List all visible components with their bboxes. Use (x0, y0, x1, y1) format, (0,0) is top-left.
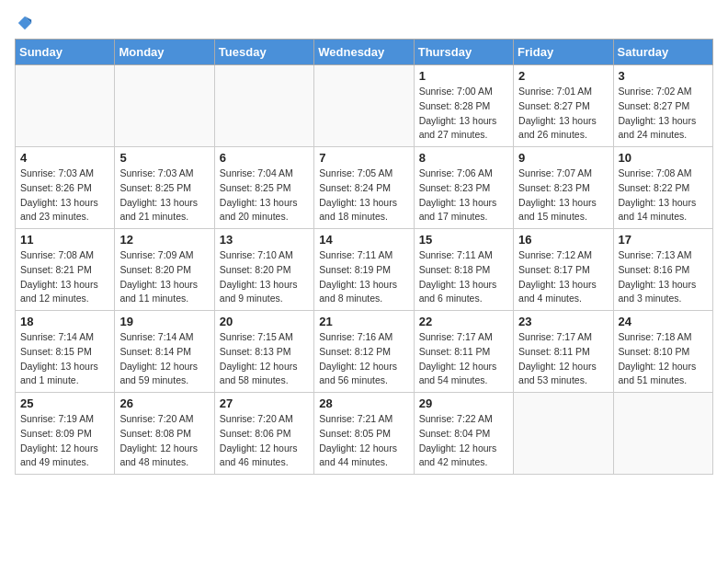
day-info: Sunrise: 7:08 AM Sunset: 8:22 PM Dayligh… (619, 167, 708, 224)
day-info: Sunrise: 7:15 AM Sunset: 8:13 PM Dayligh… (220, 330, 309, 388)
day-info: Sunrise: 7:08 AM Sunset: 8:21 PM Dayligh… (20, 248, 109, 306)
calendar-cell: 2Sunrise: 7:01 AM Sunset: 8:27 PM Daylig… (514, 65, 613, 147)
calendar-week-row: 25Sunrise: 7:19 AM Sunset: 8:09 PM Dayli… (16, 393, 713, 475)
day-info: Sunrise: 7:14 AM Sunset: 8:15 PM Dayligh… (20, 330, 109, 388)
day-info: Sunrise: 7:20 AM Sunset: 8:08 PM Dayligh… (119, 412, 209, 470)
calendar-cell (115, 65, 214, 147)
calendar-cell: 12Sunrise: 7:09 AM Sunset: 8:20 PM Dayli… (115, 229, 214, 311)
calendar-cell: 5Sunrise: 7:03 AM Sunset: 8:25 PM Daylig… (115, 147, 214, 229)
day-info: Sunrise: 7:01 AM Sunset: 8:27 PM Dayligh… (518, 85, 608, 143)
day-number: 21 (319, 315, 408, 328)
day-info: Sunrise: 7:03 AM Sunset: 8:26 PM Dayligh… (20, 167, 109, 224)
day-number: 17 (619, 233, 708, 247)
calendar-cell: 26Sunrise: 7:20 AM Sunset: 8:08 PM Dayli… (115, 393, 214, 475)
day-number: 12 (119, 233, 209, 247)
calendar-cell: 14Sunrise: 7:11 AM Sunset: 8:19 PM Dayli… (314, 229, 414, 311)
day-number: 29 (419, 396, 508, 410)
calendar-cell: 15Sunrise: 7:11 AM Sunset: 8:18 PM Dayli… (414, 229, 513, 311)
calendar-cell: 17Sunrise: 7:13 AM Sunset: 8:16 PM Dayli… (613, 229, 712, 311)
day-number: 5 (119, 151, 209, 165)
day-number: 13 (220, 233, 309, 247)
day-info: Sunrise: 7:18 AM Sunset: 8:10 PM Dayligh… (619, 330, 708, 388)
calendar-cell: 1Sunrise: 7:00 AM Sunset: 8:28 PM Daylig… (414, 65, 513, 147)
day-info: Sunrise: 7:04 AM Sunset: 8:25 PM Dayligh… (220, 167, 309, 224)
day-number: 25 (20, 396, 109, 410)
day-info: Sunrise: 7:17 AM Sunset: 8:11 PM Dayligh… (518, 330, 608, 388)
weekday-header-friday: Friday (514, 40, 613, 65)
calendar-cell (314, 65, 414, 147)
day-number: 8 (419, 151, 508, 165)
weekday-header-sunday: Sunday (16, 40, 115, 65)
calendar-cell: 22Sunrise: 7:17 AM Sunset: 8:11 PM Dayli… (414, 311, 513, 393)
day-number: 3 (619, 69, 708, 83)
day-number: 2 (518, 69, 608, 83)
calendar-cell: 28Sunrise: 7:21 AM Sunset: 8:05 PM Dayli… (314, 393, 414, 475)
logo (15, 15, 33, 31)
day-number: 22 (419, 315, 508, 328)
calendar-cell: 20Sunrise: 7:15 AM Sunset: 8:13 PM Dayli… (214, 311, 313, 393)
calendar-cell: 8Sunrise: 7:06 AM Sunset: 8:23 PM Daylig… (414, 147, 513, 229)
day-info: Sunrise: 7:06 AM Sunset: 8:23 PM Dayligh… (419, 167, 508, 224)
day-number: 14 (319, 233, 408, 247)
day-number: 6 (220, 151, 309, 165)
weekday-header-thursday: Thursday (414, 40, 513, 65)
svg-marker-0 (18, 17, 31, 29)
calendar-cell: 23Sunrise: 7:17 AM Sunset: 8:11 PM Dayli… (514, 311, 613, 393)
calendar-cell (16, 65, 115, 147)
calendar-cell: 18Sunrise: 7:14 AM Sunset: 8:15 PM Dayli… (16, 311, 115, 393)
day-info: Sunrise: 7:14 AM Sunset: 8:14 PM Dayligh… (119, 330, 209, 388)
day-info: Sunrise: 7:07 AM Sunset: 8:23 PM Dayligh… (518, 167, 608, 224)
day-info: Sunrise: 7:19 AM Sunset: 8:09 PM Dayligh… (20, 412, 109, 470)
day-info: Sunrise: 7:10 AM Sunset: 8:20 PM Dayligh… (220, 248, 309, 306)
calendar-cell: 21Sunrise: 7:16 AM Sunset: 8:12 PM Dayli… (314, 311, 414, 393)
day-number: 26 (119, 396, 209, 410)
logo-icon (17, 15, 33, 31)
weekday-header-monday: Monday (115, 40, 214, 65)
calendar-cell: 13Sunrise: 7:10 AM Sunset: 8:20 PM Dayli… (214, 229, 313, 311)
day-info: Sunrise: 7:21 AM Sunset: 8:05 PM Dayligh… (319, 412, 408, 470)
weekday-header-wednesday: Wednesday (314, 40, 414, 65)
calendar-cell (514, 393, 613, 475)
day-number: 11 (20, 233, 109, 247)
day-info: Sunrise: 7:20 AM Sunset: 8:06 PM Dayligh… (220, 412, 309, 470)
day-info: Sunrise: 7:17 AM Sunset: 8:11 PM Dayligh… (419, 330, 508, 388)
day-info: Sunrise: 7:16 AM Sunset: 8:12 PM Dayligh… (319, 330, 408, 388)
day-number: 24 (619, 315, 708, 328)
day-number: 1 (419, 69, 508, 83)
weekday-header-tuesday: Tuesday (214, 40, 313, 65)
calendar-cell: 16Sunrise: 7:12 AM Sunset: 8:17 PM Dayli… (514, 229, 613, 311)
calendar-week-row: 4Sunrise: 7:03 AM Sunset: 8:26 PM Daylig… (16, 147, 713, 229)
day-number: 28 (319, 396, 408, 410)
calendar-week-row: 1Sunrise: 7:00 AM Sunset: 8:28 PM Daylig… (16, 65, 713, 147)
day-number: 7 (319, 151, 408, 165)
day-number: 23 (518, 315, 608, 328)
calendar-cell: 24Sunrise: 7:18 AM Sunset: 8:10 PM Dayli… (613, 311, 712, 393)
calendar-cell: 9Sunrise: 7:07 AM Sunset: 8:23 PM Daylig… (514, 147, 613, 229)
calendar-cell: 6Sunrise: 7:04 AM Sunset: 8:25 PM Daylig… (214, 147, 313, 229)
day-info: Sunrise: 7:12 AM Sunset: 8:17 PM Dayligh… (518, 248, 608, 306)
page-header (15, 15, 713, 31)
day-number: 4 (20, 151, 109, 165)
calendar-cell: 7Sunrise: 7:05 AM Sunset: 8:24 PM Daylig… (314, 147, 414, 229)
day-info: Sunrise: 7:00 AM Sunset: 8:28 PM Dayligh… (419, 85, 508, 143)
calendar-cell: 29Sunrise: 7:22 AM Sunset: 8:04 PM Dayli… (414, 393, 513, 475)
weekday-header-saturday: Saturday (613, 40, 712, 65)
day-info: Sunrise: 7:09 AM Sunset: 8:20 PM Dayligh… (119, 248, 209, 306)
day-info: Sunrise: 7:03 AM Sunset: 8:25 PM Dayligh… (119, 167, 209, 224)
day-number: 16 (518, 233, 608, 247)
calendar-cell: 19Sunrise: 7:14 AM Sunset: 8:14 PM Dayli… (115, 311, 214, 393)
day-info: Sunrise: 7:22 AM Sunset: 8:04 PM Dayligh… (419, 412, 508, 470)
day-info: Sunrise: 7:13 AM Sunset: 8:16 PM Dayligh… (619, 248, 708, 306)
day-number: 19 (119, 315, 209, 328)
calendar-cell: 4Sunrise: 7:03 AM Sunset: 8:26 PM Daylig… (16, 147, 115, 229)
day-number: 9 (518, 151, 608, 165)
calendar-cell: 11Sunrise: 7:08 AM Sunset: 8:21 PM Dayli… (16, 229, 115, 311)
day-number: 15 (419, 233, 508, 247)
calendar-cell: 25Sunrise: 7:19 AM Sunset: 8:09 PM Dayli… (16, 393, 115, 475)
weekday-header-row: SundayMondayTuesdayWednesdayThursdayFrid… (16, 40, 713, 65)
day-info: Sunrise: 7:11 AM Sunset: 8:18 PM Dayligh… (419, 248, 508, 306)
calendar-cell (613, 393, 712, 475)
day-info: Sunrise: 7:02 AM Sunset: 8:27 PM Dayligh… (619, 85, 708, 143)
calendar-table: SundayMondayTuesdayWednesdayThursdayFrid… (15, 39, 713, 475)
day-number: 27 (220, 396, 309, 410)
